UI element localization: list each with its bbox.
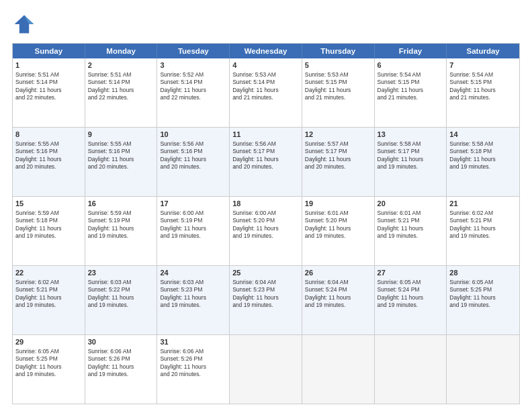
day-number: 22 [15, 268, 82, 278]
day-info-line: and 20 minutes. [160, 163, 226, 171]
day-number: 31 [160, 337, 226, 347]
day-info-line: Daylight: 11 hours [88, 363, 154, 371]
header-day-wednesday: Wednesday [230, 44, 302, 58]
day-info-line: and 20 minutes. [232, 163, 299, 171]
calendar-day-26: 26Sunrise: 6:04 AMSunset: 5:24 PMDayligh… [302, 266, 375, 334]
day-info-line: and 20 minutes. [88, 163, 154, 171]
day-info-line: Sunset: 5:16 PM [88, 148, 154, 155]
day-info-line: and 21 minutes. [305, 94, 371, 101]
day-number: 1 [15, 60, 82, 71]
day-info-line: Sunrise: 5:55 AM [88, 140, 154, 148]
calendar-day-11: 11Sunrise: 5:56 AMSunset: 5:17 PMDayligh… [230, 128, 302, 196]
calendar-day-21: 21Sunrise: 6:02 AMSunset: 5:21 PMDayligh… [447, 197, 519, 265]
day-info-line: Sunset: 5:14 PM [88, 79, 154, 86]
day-info-line: and 19 minutes. [378, 232, 444, 240]
day-number: 4 [232, 60, 299, 71]
day-info-line: and 21 minutes. [449, 94, 517, 101]
calendar-day-17: 17Sunrise: 6:00 AMSunset: 5:19 PMDayligh… [157, 197, 230, 265]
day-info-line: Sunset: 5:17 PM [232, 148, 299, 155]
day-info-line: and 19 minutes. [88, 302, 154, 309]
calendar-day-12: 12Sunrise: 5:57 AMSunset: 5:17 PMDayligh… [302, 128, 375, 196]
day-info-line: Sunrise: 6:04 AM [232, 279, 299, 286]
day-info-line: Sunrise: 5:54 AM [378, 71, 444, 79]
day-info-line: Daylight: 11 hours [232, 294, 299, 302]
calendar-day-27: 27Sunrise: 6:05 AMSunset: 5:24 PMDayligh… [375, 266, 447, 334]
calendar-day-31: 31Sunrise: 6:06 AMSunset: 5:26 PMDayligh… [157, 335, 230, 404]
day-info-line: and 19 minutes. [449, 232, 517, 240]
day-info-line: Sunset: 5:17 PM [378, 148, 444, 155]
day-number: 26 [305, 268, 371, 278]
day-number: 27 [378, 268, 444, 278]
day-info-line: Sunrise: 5:58 AM [449, 140, 517, 148]
day-info-line: Sunset: 5:25 PM [15, 355, 82, 363]
day-number: 29 [15, 337, 82, 347]
day-info-line: Daylight: 11 hours [88, 294, 154, 302]
calendar-day-23: 23Sunrise: 6:03 AMSunset: 5:22 PMDayligh… [85, 266, 158, 334]
day-info-line: Daylight: 11 hours [160, 363, 226, 371]
calendar-header: SundayMondayTuesdayWednesdayThursdayFrid… [13, 44, 519, 58]
day-info-line: Daylight: 11 hours [15, 87, 82, 94]
calendar-day-19: 19Sunrise: 6:01 AMSunset: 5:20 PMDayligh… [302, 197, 375, 265]
page-header [12, 12, 520, 36]
day-info-line: and 19 minutes. [305, 302, 371, 309]
calendar-week-5: 29Sunrise: 6:05 AMSunset: 5:25 PMDayligh… [13, 335, 519, 404]
day-number: 11 [232, 130, 299, 140]
day-info-line: Daylight: 11 hours [449, 294, 517, 302]
day-info-line: Sunrise: 6:05 AM [15, 348, 82, 355]
day-info-line: Sunrise: 5:51 AM [15, 71, 82, 79]
day-info-line: and 19 minutes. [378, 302, 444, 309]
day-info-line: Daylight: 11 hours [449, 156, 517, 163]
day-info-line: Sunset: 5:19 PM [160, 217, 226, 224]
day-info-line: Sunrise: 5:58 AM [378, 140, 444, 148]
day-number: 16 [88, 199, 154, 209]
day-info-line: Sunrise: 5:53 AM [305, 71, 371, 79]
day-number: 21 [449, 199, 517, 209]
day-info-line: Sunrise: 6:03 AM [88, 279, 154, 286]
day-info-line: Daylight: 11 hours [160, 225, 226, 232]
day-info-line: Sunrise: 5:56 AM [232, 140, 299, 148]
calendar-day-24: 24Sunrise: 6:03 AMSunset: 5:23 PMDayligh… [157, 266, 230, 334]
day-info-line: Daylight: 11 hours [305, 87, 371, 94]
day-number: 9 [88, 130, 154, 140]
day-number: 15 [15, 199, 82, 209]
calendar-empty-cell [302, 335, 375, 404]
day-info-line: Sunset: 5:23 PM [160, 286, 226, 293]
day-info-line: Sunset: 5:14 PM [15, 79, 82, 86]
day-info-line: Sunset: 5:21 PM [15, 286, 82, 293]
day-info-line: and 19 minutes. [15, 371, 82, 378]
day-info-line: Daylight: 11 hours [232, 156, 299, 163]
day-info-line: Sunset: 5:20 PM [305, 217, 371, 224]
day-info-line: and 21 minutes. [232, 94, 299, 101]
day-info-line: and 19 minutes. [305, 232, 371, 240]
day-info-line: Sunrise: 5:52 AM [160, 71, 226, 79]
calendar-day-3: 3Sunrise: 5:52 AMSunset: 5:14 PMDaylight… [157, 58, 230, 127]
calendar-day-9: 9Sunrise: 5:55 AMSunset: 5:16 PMDaylight… [85, 128, 158, 196]
day-number: 7 [449, 60, 517, 71]
day-info-line: Daylight: 11 hours [378, 294, 444, 302]
day-number: 13 [378, 130, 444, 140]
calendar-day-7: 7Sunrise: 5:54 AMSunset: 5:15 PMDaylight… [447, 58, 519, 127]
day-info-line: Sunrise: 6:02 AM [449, 210, 517, 217]
day-number: 10 [160, 130, 226, 140]
day-info-line: Sunrise: 5:54 AM [449, 71, 517, 79]
day-number: 23 [88, 268, 154, 278]
calendar-body: 1Sunrise: 5:51 AMSunset: 5:14 PMDaylight… [13, 58, 519, 404]
calendar: SundayMondayTuesdayWednesdayThursdayFrid… [12, 43, 520, 404]
day-info-line: Sunrise: 6:00 AM [160, 210, 226, 217]
day-number: 20 [378, 199, 444, 209]
calendar-day-18: 18Sunrise: 6:00 AMSunset: 5:20 PMDayligh… [230, 197, 302, 265]
day-info-line: Daylight: 11 hours [15, 225, 82, 232]
day-info-line: Sunset: 5:17 PM [305, 148, 371, 155]
day-number: 24 [160, 268, 226, 278]
day-info-line: and 19 minutes. [15, 302, 82, 309]
calendar-day-14: 14Sunrise: 5:58 AMSunset: 5:18 PMDayligh… [447, 128, 519, 196]
calendar-week-1: 1Sunrise: 5:51 AMSunset: 5:14 PMDaylight… [13, 58, 519, 128]
day-info-line: Sunrise: 5:51 AM [88, 71, 154, 79]
day-info-line: Daylight: 11 hours [88, 225, 154, 232]
calendar-day-29: 29Sunrise: 6:05 AMSunset: 5:25 PMDayligh… [13, 335, 85, 404]
calendar-day-2: 2Sunrise: 5:51 AMSunset: 5:14 PMDaylight… [85, 58, 158, 127]
day-info-line: Daylight: 11 hours [160, 87, 226, 94]
calendar-day-20: 20Sunrise: 6:01 AMSunset: 5:21 PMDayligh… [375, 197, 447, 265]
day-number: 2 [88, 60, 154, 71]
calendar-week-2: 8Sunrise: 5:55 AMSunset: 5:16 PMDaylight… [13, 128, 519, 197]
